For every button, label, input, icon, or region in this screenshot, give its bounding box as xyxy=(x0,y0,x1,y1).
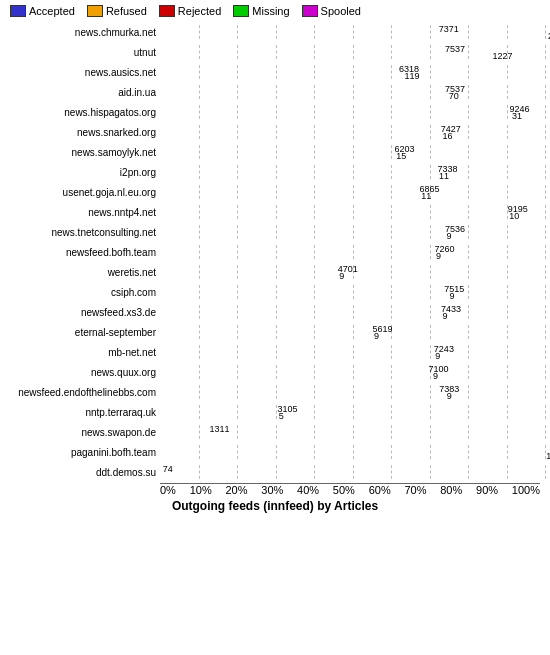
legend-missing: Missing xyxy=(233,5,289,17)
bar-label: weretis.net xyxy=(5,267,160,278)
bar-value-secondary: 10182 xyxy=(546,451,550,461)
tick-90: 90% xyxy=(476,484,498,496)
bar-value-secondary: 9 xyxy=(435,351,440,361)
table-row: news.hispagatos.org924631 xyxy=(5,103,545,121)
chart-container: Accepted Refused Rejected Missing Spoole… xyxy=(0,0,550,655)
bar-value-secondary: 1227 xyxy=(493,51,513,61)
tick-0: 0% xyxy=(160,484,176,496)
bar-value-secondary: 9 xyxy=(339,271,344,281)
bar-label: news.nntp4.net xyxy=(5,207,160,218)
bar-label: i2pn.org xyxy=(5,167,160,178)
legend: Accepted Refused Rejected Missing Spoole… xyxy=(5,5,545,17)
bar-zone: 919510 xyxy=(160,205,545,219)
bar-value-secondary: 5 xyxy=(279,411,284,421)
bar-zone: 620315 xyxy=(160,145,545,159)
bar-label: news.hispagatos.org xyxy=(5,107,160,118)
tick-50: 50% xyxy=(333,484,355,496)
table-row: newsfeed.endofthelinebbs.com73839 xyxy=(5,383,545,401)
x-axis: 0% 10% 20% 30% 40% 50% 60% 70% 80% 90% 1… xyxy=(160,483,540,496)
bar-value-secondary: 9 xyxy=(443,311,448,321)
bar-zone: 75159 xyxy=(160,285,545,299)
tick-40: 40% xyxy=(297,484,319,496)
legend-rejected: Rejected xyxy=(159,5,221,17)
table-row: utnut75371227 xyxy=(5,43,545,61)
legend-spooled: Spooled xyxy=(302,5,361,17)
missing-label: Missing xyxy=(252,5,289,17)
bar-zone: 75371227 xyxy=(160,45,545,59)
accepted-label: Accepted xyxy=(29,5,75,17)
bar-label: aid.in.ua xyxy=(5,87,160,98)
bar-value-secondary: 9 xyxy=(374,331,379,341)
spooled-color xyxy=(302,5,318,17)
bar-zone: 47019 xyxy=(160,265,545,279)
bar-value-secondary: 9 xyxy=(433,371,438,381)
bar-label: paganini.bofh.team xyxy=(5,447,160,458)
table-row: news.quux.org71009 xyxy=(5,363,545,381)
tick-30: 30% xyxy=(261,484,283,496)
bar-value-secondary: 70 xyxy=(449,91,459,101)
bar-label: newsfeed.xs3.de xyxy=(5,307,160,318)
bar-value-secondary: 119 xyxy=(405,71,420,81)
table-row: ddt.demos.su74 xyxy=(5,463,545,481)
table-row: news.ausics.net6318119 xyxy=(5,63,545,81)
bar-value-secondary: 31 xyxy=(512,111,522,121)
table-row: weretis.net47019 xyxy=(5,263,545,281)
bar-zone: 753770 xyxy=(160,85,545,99)
bar-label: news.quux.org xyxy=(5,367,160,378)
bar-zone: 924631 xyxy=(160,105,545,119)
bar-zone: 73712863 xyxy=(160,25,545,39)
bar-label: mb-net.net xyxy=(5,347,160,358)
tick-20: 20% xyxy=(225,484,247,496)
bar-zone: 56199 xyxy=(160,325,545,339)
tick-60: 60% xyxy=(369,484,391,496)
bar-value-secondary: 16 xyxy=(443,131,453,141)
tick-70: 70% xyxy=(404,484,426,496)
bar-value-secondary: 11 xyxy=(421,191,431,201)
bar-zone: 686511 xyxy=(160,185,545,199)
bar-zone: 72439 xyxy=(160,345,545,359)
bar-value-secondary: 11 xyxy=(439,171,449,181)
refused-label: Refused xyxy=(106,5,147,17)
table-row: mb-net.net72439 xyxy=(5,343,545,361)
bar-label: newsfeed.bofh.team xyxy=(5,247,160,258)
bar-zone: 10182 xyxy=(160,445,545,459)
bar-label: news.samoylyk.net xyxy=(5,147,160,158)
bar-label: news.chmurka.net xyxy=(5,27,160,38)
bar-zone: 72609 xyxy=(160,245,545,259)
legend-accepted: Accepted xyxy=(10,5,75,17)
bar-label: news.snarked.org xyxy=(5,127,160,138)
axis-labels: 0% 10% 20% 30% 40% 50% 60% 70% 80% 90% 1… xyxy=(160,484,540,496)
bar-label: eternal-september xyxy=(5,327,160,338)
bar-label: ddt.demos.su xyxy=(5,467,160,478)
bar-label: nntp.terraraq.uk xyxy=(5,407,160,418)
bar-zone: 733811 xyxy=(160,165,545,179)
tick-100: 100% xyxy=(512,484,540,496)
chart-title: Outgoing feeds (innfeed) by Articles xyxy=(5,499,545,513)
rejected-color xyxy=(159,5,175,17)
bar-value-accepted: 7371 xyxy=(439,24,459,34)
bar-zone: 74339 xyxy=(160,305,545,319)
table-row: csiph.com75159 xyxy=(5,283,545,301)
table-row: aid.in.ua753770 xyxy=(5,83,545,101)
table-row: news.nntp4.net919510 xyxy=(5,203,545,221)
bar-value-accepted: 1311 xyxy=(210,424,230,434)
bar-value-secondary: 9 xyxy=(446,231,451,241)
bar-value-accepted: 74 xyxy=(163,464,173,474)
rows-area: news.chmurka.net73712863utnut75371227new… xyxy=(5,23,545,481)
bar-value-secondary: 10 xyxy=(509,211,519,221)
table-row: news.chmurka.net73712863 xyxy=(5,23,545,41)
tick-10: 10% xyxy=(190,484,212,496)
table-row: nntp.terraraq.uk31055 xyxy=(5,403,545,421)
legend-refused: Refused xyxy=(87,5,147,17)
bar-value-accepted: 7537 xyxy=(445,44,465,54)
bar-zone: 71009 xyxy=(160,365,545,379)
bar-label: news.ausics.net xyxy=(5,67,160,78)
table-row: i2pn.org733811 xyxy=(5,163,545,181)
bar-label: csiph.com xyxy=(5,287,160,298)
bar-zone: 742716 xyxy=(160,125,545,139)
table-row: news.samoylyk.net620315 xyxy=(5,143,545,161)
table-row: news.snarked.org742716 xyxy=(5,123,545,141)
missing-color xyxy=(233,5,249,17)
table-row: news.swapon.de1311 xyxy=(5,423,545,441)
bar-zone: 6318119 xyxy=(160,65,545,79)
